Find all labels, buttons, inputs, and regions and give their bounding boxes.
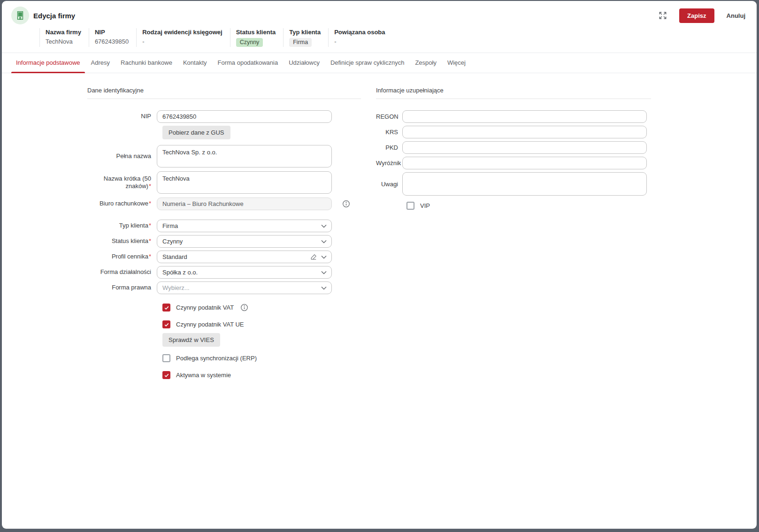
section-dane-identyfikacyjne: Dane identyfikacyjne NIP Pobierz dane z … — [87, 87, 361, 388]
forma-prawna-select[interactable]: Wybierz... — [157, 281, 332, 294]
chevron-down-icon — [321, 286, 327, 290]
czynny-podatnik-vat-ue-label: Czynny podatnik VAT UE — [176, 321, 244, 328]
forma-prawna-label: Forma prawna — [87, 284, 157, 291]
tab-adresy[interactable]: Adresy — [86, 53, 115, 73]
krs-label: KRS — [376, 129, 402, 136]
status-klienta-label: Status klienta* — [87, 237, 157, 245]
tab-informacje-podstawowe[interactable]: Informacje podstawowe — [11, 53, 85, 73]
czynny-podatnik-vat-ue-checkbox[interactable] — [162, 320, 170, 328]
summary-rodzaj-ewidencji: Rodzaj ewidencji księgowej - — [136, 28, 230, 47]
required-marker: * — [149, 182, 151, 190]
clear-eraser-icon[interactable] — [310, 253, 317, 261]
czynny-podatnik-vat-label: Czynny podatnik VAT — [176, 304, 234, 311]
regon-label: REGON — [376, 113, 402, 120]
summary-typ-klienta: Typ klienta Firma — [283, 28, 328, 47]
pkd-label: PKD — [376, 144, 402, 151]
aktywna-w-systemie-label: Aktywna w systemie — [176, 372, 231, 379]
krs-input[interactable] — [402, 126, 647, 138]
client-type-badge: Firma — [289, 38, 312, 47]
vip-checkbox[interactable] — [406, 202, 414, 210]
tab-rachunki-bankowe[interactable]: Rachunki bankowe — [116, 53, 177, 73]
pelna-nazwa-label: Pełna nazwa — [87, 152, 157, 160]
page-header: Edycja firmy Zapisz Anuluj Nazwa firmy T… — [2, 1, 757, 53]
typ-klienta-label: Typ klienta* — [87, 222, 157, 229]
page-title: Edycja firmy — [33, 12, 75, 20]
save-button[interactable]: Zapisz — [679, 8, 714, 23]
chevron-down-icon — [321, 271, 327, 274]
required-marker: * — [149, 222, 151, 229]
podlega-synchronizacji-erp-label: Podlega synchronizacji (ERP) — [176, 355, 257, 362]
pelna-nazwa-textarea[interactable]: TechNova Sp. z o.o. — [157, 145, 332, 167]
tab-udzialowcy[interactable]: Udziałowcy — [284, 53, 324, 73]
required-marker: * — [149, 253, 151, 260]
uwagi-textarea[interactable] — [402, 172, 647, 196]
section-title: Dane identyfikacyjne — [87, 87, 361, 99]
nip-input[interactable] — [157, 110, 332, 123]
biuro-rachunkowe-label: Biuro rachunkowe* — [87, 200, 157, 207]
chevron-down-icon — [321, 255, 327, 259]
vip-label: VIP — [420, 202, 430, 209]
info-icon[interactable] — [240, 304, 248, 312]
section-title: Informacje uzupełniające — [376, 87, 651, 99]
expand-icon[interactable] — [657, 9, 669, 22]
info-icon[interactable] — [342, 200, 350, 208]
uwagi-label: Uwagi — [376, 181, 402, 188]
tab-definicje-spraw-cyklicznych[interactable]: Definicje spraw cyklicznych — [326, 53, 409, 73]
podlega-synchronizacji-erp-checkbox[interactable] — [162, 354, 170, 362]
chevron-down-icon — [321, 224, 327, 228]
pkd-input[interactable] — [402, 141, 647, 154]
aktywna-w-systemie-checkbox[interactable] — [162, 371, 170, 379]
summary-nip: NIP 6762439850 — [89, 28, 136, 47]
typ-klienta-select[interactable]: Firma — [157, 220, 332, 232]
status-klienta-select[interactable]: Czynny — [157, 235, 332, 248]
summary-nazwa-firmy: Nazwa firmy TechNova — [39, 28, 89, 47]
required-marker: * — [149, 200, 151, 207]
czynny-podatnik-vat-checkbox[interactable] — [162, 304, 170, 312]
required-marker: * — [149, 237, 151, 244]
cancel-button[interactable]: Anuluj — [725, 8, 747, 23]
company-summary-bar: Nazwa firmy TechNova NIP 6762439850 Rodz… — [39, 28, 747, 53]
company-avatar — [11, 7, 29, 24]
wyroznik-label: Wyróżnik — [376, 160, 402, 167]
biuro-rachunkowe-input — [157, 198, 332, 210]
nazwa-krotka-label: Nazwa krótka (50 znaków)* — [87, 175, 157, 190]
status-badge: Czynny — [236, 38, 263, 47]
nazwa-krotka-textarea[interactable]: TechNova — [157, 171, 332, 194]
summary-status-klienta: Status klienta Czynny — [230, 28, 284, 47]
regon-input[interactable] — [402, 110, 647, 123]
section-informacje-uzupelniajace: Informacje uzupełniające REGON KRS PKD W… — [376, 87, 651, 388]
forma-dzialalnosci-select[interactable]: Spółka z o.o. — [157, 266, 332, 279]
tab-zespoly[interactable]: Zespoły — [410, 53, 441, 73]
nip-label: NIP — [87, 113, 157, 120]
tab-bar: Informacje podstawowe Adresy Rachunki ba… — [2, 53, 757, 73]
summary-powiazana-osoba: Powiązana osoba - — [328, 28, 392, 47]
main-window: Edycja firmy Zapisz Anuluj Nazwa firmy T… — [2, 1, 757, 529]
forma-dzialalnosci-label: Forma działalności — [87, 268, 157, 276]
tab-wiecej[interactable]: Więcej — [443, 53, 470, 73]
profil-cennika-select[interactable]: Standard — [157, 251, 332, 263]
building-icon — [15, 10, 25, 21]
tab-kontakty[interactable]: Kontakty — [178, 53, 212, 73]
sprawdz-w-vies-button[interactable]: Sprawdź w VIES — [162, 333, 220, 347]
chevron-down-icon — [321, 240, 327, 243]
pobierz-dane-z-gus-button[interactable]: Pobierz dane z GUS — [162, 126, 230, 139]
tab-forma-opodatkowania[interactable]: Forma opodatkowania — [213, 53, 283, 73]
profil-cennika-label: Profil cennika* — [87, 253, 157, 260]
wyroznik-input[interactable] — [402, 157, 647, 169]
